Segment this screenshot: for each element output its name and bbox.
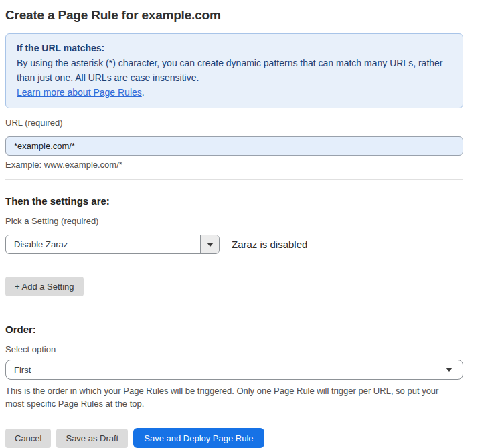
- page-rule-form: Create a Page Rule for example.com If th…: [0, 0, 469, 448]
- form-actions: Cancel Save as Draft Save and Deploy Pag…: [5, 428, 463, 448]
- order-section-heading: Order:: [5, 324, 463, 335]
- divider: [5, 417, 463, 417]
- save-as-draft-button[interactable]: Save as Draft: [56, 429, 128, 448]
- setting-status-text: Zaraz is disabled: [232, 239, 307, 250]
- info-box-heading: If the URL matches:: [17, 41, 452, 55]
- url-example-hint: Example: www.example.com/*: [5, 160, 463, 170]
- pick-setting-label: Pick a Setting (required): [5, 216, 463, 226]
- add-setting-button[interactable]: + Add a Setting: [5, 277, 84, 296]
- page-title: Create a Page Rule for example.com: [5, 8, 469, 23]
- divider: [5, 179, 463, 180]
- setting-picker-row: Disable Zaraz Zaraz is disabled: [5, 235, 463, 254]
- url-match-info-box: If the URL matches: By using the asteris…: [5, 33, 463, 108]
- order-select-value: First: [14, 365, 446, 375]
- setting-dropdown-caret-button[interactable]: [200, 235, 219, 253]
- cancel-button[interactable]: Cancel: [5, 429, 51, 448]
- chevron-down-icon: [207, 243, 214, 247]
- save-and-deploy-button[interactable]: Save and Deploy Page Rule: [133, 428, 264, 448]
- setting-dropdown[interactable]: Disable Zaraz: [5, 235, 220, 254]
- url-input[interactable]: [5, 136, 463, 156]
- order-description: This is the order in which your Page Rul…: [5, 384, 458, 410]
- info-box-body: By using the asterisk (*) character, you…: [17, 55, 452, 100]
- order-select-label: Select option: [5, 344, 463, 354]
- divider: [5, 308, 463, 308]
- chevron-down-icon: [446, 368, 452, 372]
- order-select[interactable]: First: [5, 360, 463, 380]
- url-field-label: URL (required): [5, 118, 463, 128]
- setting-dropdown-value: Disable Zaraz: [6, 235, 200, 253]
- link-period: .: [142, 87, 145, 98]
- settings-section-heading: Then the settings are:: [5, 195, 463, 207]
- learn-more-link[interactable]: Learn more about Page Rules: [17, 87, 142, 98]
